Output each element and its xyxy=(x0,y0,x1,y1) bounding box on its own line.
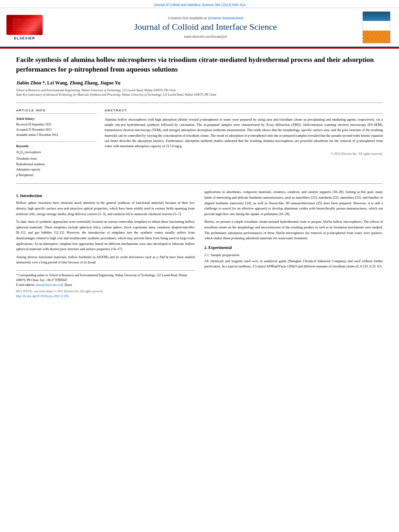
journal-title: Journal of Colloid and Interface Science xyxy=(134,22,277,32)
available-date: Available online 5 December 2012 xyxy=(16,133,97,138)
affiliation-1: School of Resources and Environmental En… xyxy=(16,88,383,92)
article-info-header: ARTICLE INFO xyxy=(16,109,97,114)
intro-right-para-1: applications in adsorbents, composite ma… xyxy=(204,189,383,217)
corresponding-author-note: * Corresponding author at: School of Res… xyxy=(16,273,195,283)
affiliation-2: State Key Laboratory of Advanced Technol… xyxy=(16,92,383,97)
intro-title: Introduction xyxy=(20,193,42,198)
sample-prep-body: All chemicals and reagents used were in … xyxy=(204,259,383,269)
header-center: Contents lists available at SciVerse Sci… xyxy=(55,11,356,43)
intro-right-para-2: Herein, we present a simple trisodium ci… xyxy=(204,219,383,241)
journal-thumbnail xyxy=(362,11,391,43)
paper-title: Facile synthesis of alumina hollow micro… xyxy=(16,55,383,74)
body-col-right: applications in adsorbents, composite ma… xyxy=(204,189,383,299)
sample-prep-title: Sample preparation xyxy=(211,253,239,257)
keywords-label: Keywords: xyxy=(16,144,97,148)
sciverse-line: Contents lists available at SciVerse Sci… xyxy=(168,16,243,20)
journal-url: www.elsevier.com/locate/jcis xyxy=(184,35,227,39)
paper-content: Facile synthesis of alumina hollow micro… xyxy=(0,49,399,305)
intro-para-2: To date, most of synthetic approaches we… xyxy=(16,219,195,252)
intro-para-3: Among diverse functional materials, holl… xyxy=(16,255,195,265)
sample-prep-para: All chemicals and reagents used were in … xyxy=(204,259,383,269)
article-info-abstract: ARTICLE INFO Article history: Received 2… xyxy=(16,109,383,178)
top-banner: Journal of Colloid and Interface Science… xyxy=(0,0,399,8)
intro-heading: 1. Introduction xyxy=(16,193,195,198)
experimental-number: 2. xyxy=(204,245,208,250)
history-label: Article history: xyxy=(16,117,97,121)
sciverse-link[interactable]: SciVerse ScienceDirect xyxy=(208,16,243,20)
keyword-2: Trisodium citrate xyxy=(16,156,97,162)
sciverse-prefix: Contents lists available at xyxy=(168,16,206,20)
header-left: ELSEVIER xyxy=(6,11,51,43)
abstract-col: ABSTRACT Alumina hollow microspheres wit… xyxy=(105,109,383,178)
received-date: Received 28 September 2012 xyxy=(16,122,97,127)
abstract-text: Alumina hollow microspheres with high ad… xyxy=(105,117,383,149)
intro-right-body: applications in adsorbents, composite ma… xyxy=(204,189,383,241)
sample-prep-number: 2.1. xyxy=(204,253,210,257)
footnotes: * Corresponding author at: School of Res… xyxy=(16,270,195,299)
doi-line: http://dx.doi.org/10.1016/j.jcis.2012.11… xyxy=(16,294,195,299)
section-divider-top xyxy=(16,103,383,103)
issn-line: 0021-9797/$ – see front matter © 2012 El… xyxy=(16,289,195,294)
keyword-3: Hydrothermal synthesis xyxy=(16,162,97,167)
affiliations: School of Resources and Environmental En… xyxy=(16,88,383,97)
intro-body: Hollow sphere structures have attracted … xyxy=(16,200,195,265)
body-columns: 1. Introduction Hollow sphere structures… xyxy=(16,189,383,299)
elsevier-logo-image xyxy=(6,15,43,35)
header-right xyxy=(360,11,393,43)
keywords-section: Keywords: Al2O3 microspheres Trisodium c… xyxy=(16,142,97,178)
accepted-date: Accepted 25 November 2012 xyxy=(16,127,97,133)
section-divider-mid xyxy=(16,183,383,184)
article-info-col: ARTICLE INFO Article history: Received 2… xyxy=(16,109,97,178)
copyright: © 2012 Elsevier Inc. All rights reserved… xyxy=(105,152,383,156)
experimental-heading: 2. Experimental xyxy=(204,245,383,250)
keyword-1: Al2O3 microspheres xyxy=(16,150,97,156)
abstract-header: ABSTRACT xyxy=(105,109,383,114)
email-note: E-mail address: jzhou@whut.edu.cn (J. Zh… xyxy=(16,283,195,288)
intro-number: 1. xyxy=(16,193,19,198)
intro-para-1: Hollow sphere structures have attracted … xyxy=(16,200,195,217)
email-link[interactable]: jzhou@whut.edu.cn xyxy=(36,283,60,287)
doi-link[interactable]: http://dx.doi.org/10.1016/j.jcis.2012.11… xyxy=(16,294,69,298)
authors-line: Jiabin Zhou *, Lei Wang, Zhong Zhang, Ji… xyxy=(16,80,383,86)
sample-prep-heading: 2.1. Sample preparation xyxy=(204,253,383,257)
experimental-title: Experimental xyxy=(208,245,232,250)
journal-link[interactable]: Journal of Colloid and Interface Science… xyxy=(153,3,245,7)
elsevier-logo: ELSEVIER xyxy=(6,15,43,40)
keyword-4: Adsorption capacity xyxy=(16,167,97,173)
header-area: ELSEVIER Contents lists available at Sci… xyxy=(0,8,399,47)
elsevier-wordmark: ELSEVIER xyxy=(14,36,35,40)
body-col-left: 1. Introduction Hollow sphere structures… xyxy=(16,189,195,299)
history-dates: Received 28 September 2012 Accepted 25 N… xyxy=(16,122,97,138)
keyword-5: p-Nitrophenol xyxy=(16,173,97,178)
author-names: Jiabin Zhou *, Lei Wang, Zhong Zhang, Ji… xyxy=(16,80,120,86)
